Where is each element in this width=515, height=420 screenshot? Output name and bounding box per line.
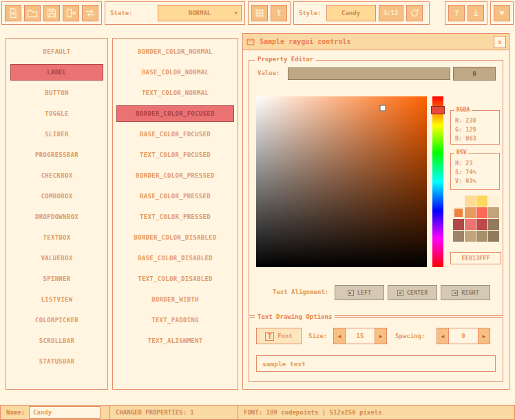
help-button[interactable]: ? (448, 5, 465, 21)
palette-swatch[interactable] (488, 231, 499, 242)
list-item-text_alignment[interactable]: TEXT_ALIGNMENT (116, 333, 234, 349)
style-counter-button[interactable]: 3/12 (379, 5, 403, 21)
sponsor-button[interactable]: ♥ (494, 5, 510, 21)
palette-swatch[interactable] (476, 219, 487, 230)
list-item-border_color_focused[interactable]: BORDER_COLOR_FOCUSED (116, 105, 234, 122)
shuffle-icon (85, 8, 96, 19)
toolbar-spacer (432, 1, 442, 25)
hex-color-value[interactable]: EE813FFF (450, 252, 501, 264)
palette-swatch[interactable] (476, 207, 487, 218)
list-item-textbox[interactable]: TEXTBOX (10, 229, 103, 246)
sample-text-input[interactable]: sample text (256, 355, 496, 372)
state-label: State: (108, 10, 135, 17)
spacing-value[interactable]: 0 (449, 328, 478, 344)
text-drawing-options-group: Text Drawing Options T Font Size: ◀ 15 ▶… (249, 317, 503, 382)
palette-swatch[interactable] (465, 231, 476, 242)
list-item-progressbar[interactable]: PROGRESSBAR (10, 147, 103, 163)
load-style-button[interactable] (24, 5, 41, 21)
list-item-dropdownbox[interactable]: DROPDOWNBOX (10, 209, 103, 225)
text-alignment-buttons: LEFT CENTER RIGHT (335, 285, 490, 300)
spacing-increase-button[interactable]: ▶ (478, 328, 490, 344)
palette-swatch[interactable] (465, 207, 476, 218)
list-item-border_color_pressed[interactable]: BORDER_COLOR_PRESSED (116, 167, 234, 184)
text-options-label: Text Drawing Options (255, 313, 335, 320)
size-increase-button[interactable]: ▶ (375, 328, 387, 344)
align-right-label: RIGHT (461, 289, 479, 296)
align-right-button[interactable]: RIGHT (441, 285, 490, 300)
style-name-box[interactable]: Candy (326, 5, 376, 21)
size-decrease-button[interactable]: ◀ (333, 328, 346, 344)
list-item-base_color_pressed[interactable]: BASE_COLOR_PRESSED (116, 188, 234, 204)
list-item-label[interactable]: LABEL (10, 64, 103, 81)
color-saturation-value-panel[interactable] (256, 96, 427, 267)
list-item-border_color_disabled[interactable]: BORDER_COLOR_DISABLED (116, 229, 234, 246)
spacing-decrease-button[interactable]: ◀ (437, 328, 449, 344)
reload-style-button[interactable] (406, 5, 423, 21)
text-alignment-label: Text Alignment: (273, 288, 328, 295)
save-icon (46, 8, 57, 19)
list-item-base_color_disabled[interactable]: BASE_COLOR_DISABLED (116, 250, 234, 266)
palette-swatch[interactable] (476, 231, 487, 242)
list-item-text_color_focused[interactable]: TEXT_COLOR_FOCUSED (116, 147, 234, 163)
style-name-input[interactable]: Candy (29, 406, 101, 419)
random-style-button[interactable] (82, 5, 98, 21)
palette-swatch[interactable] (453, 231, 464, 242)
state-dropdown[interactable]: NORMAL ▼ (158, 5, 242, 21)
folder-open-icon (27, 8, 38, 19)
palette-swatch[interactable] (453, 207, 464, 218)
hue-slider (431, 106, 445, 114)
palette-swatch[interactable] (488, 207, 499, 218)
list-item-text_color_pressed[interactable]: TEXT_COLOR_PRESSED (116, 209, 234, 225)
list-item-base_color_focused[interactable]: BASE_COLOR_FOCUSED (116, 126, 234, 143)
list-item-spinner[interactable]: SPINNER (10, 271, 103, 287)
font-T-icon: T (277, 10, 282, 17)
list-item-scrollbar[interactable]: SCROLLBAR (10, 333, 103, 349)
align-left-button[interactable]: LEFT (335, 285, 384, 300)
style-table-button[interactable] (251, 5, 268, 21)
list-item-valuebox[interactable]: VALUEBOX (10, 250, 103, 266)
rgba-values: R: 238G: 129B: 063 (451, 111, 499, 143)
question-icon: ? (454, 10, 459, 17)
list-item-toggle[interactable]: TOGGLE (10, 105, 103, 122)
list-item-colorpicker[interactable]: COLORPICKER (10, 312, 103, 328)
view-toolbar-group: T (248, 1, 291, 25)
list-item-default[interactable]: DEFAULT (10, 43, 103, 60)
list-item-text_color_disabled[interactable]: TEXT_COLOR_DISABLED (116, 271, 234, 287)
properties-list: BORDER_COLOR_NORMALBASE_COLOR_NORMALTEXT… (112, 38, 238, 390)
new-style-button[interactable] (5, 5, 21, 21)
hue-bar[interactable] (432, 96, 443, 267)
palette-swatch[interactable] (465, 196, 476, 207)
list-item-text_padding[interactable]: TEXT_PADDING (116, 312, 234, 328)
style-name-value: Candy (341, 10, 360, 17)
font-button[interactable]: T Font (256, 328, 302, 344)
info-button[interactable]: i (467, 5, 484, 21)
export-style-button[interactable] (63, 5, 79, 21)
list-item-border_width[interactable]: BORDER_WIDTH (116, 291, 234, 308)
palette-swatch[interactable] (476, 196, 487, 207)
font-atlas-button[interactable]: T (271, 5, 287, 21)
palette-swatch[interactable] (453, 219, 464, 230)
size-value[interactable]: 15 (346, 328, 375, 344)
palette-swatch[interactable] (488, 196, 499, 207)
hsv-values: H: 23S: 74%V: 93% (451, 154, 499, 186)
list-item-border_color_normal[interactable]: BORDER_COLOR_NORMAL (116, 43, 234, 60)
list-item-listview[interactable]: LISTVIEW (10, 291, 103, 308)
list-item-combobox[interactable]: COMBOBOX (10, 188, 103, 204)
palette-swatch[interactable] (453, 196, 464, 207)
close-window-button[interactable]: x (494, 36, 506, 48)
palette-swatch[interactable] (488, 219, 499, 230)
list-item-button[interactable]: BUTTON (10, 85, 103, 101)
list-item-statusbar[interactable]: STATUSBAR (10, 353, 103, 370)
value-slider[interactable] (288, 67, 450, 80)
save-style-button[interactable] (43, 5, 60, 21)
palette-swatch[interactable] (465, 219, 476, 230)
list-item-slider[interactable]: SLIDER (10, 126, 103, 143)
value-box[interactable]: 0 (453, 67, 496, 81)
list-item-base_color_normal[interactable]: BASE_COLOR_NORMAL (116, 64, 234, 81)
align-left-label: LEFT (357, 289, 371, 296)
align-center-button[interactable]: CENTER (388, 285, 437, 300)
list-item-checkbox[interactable]: CHECKBOX (10, 167, 103, 184)
list-item-text_color_normal[interactable]: TEXT_COLOR_NORMAL (116, 85, 234, 101)
info-icon: i (474, 10, 479, 17)
window-titlebar[interactable]: Sample raygui controls x (243, 34, 509, 50)
